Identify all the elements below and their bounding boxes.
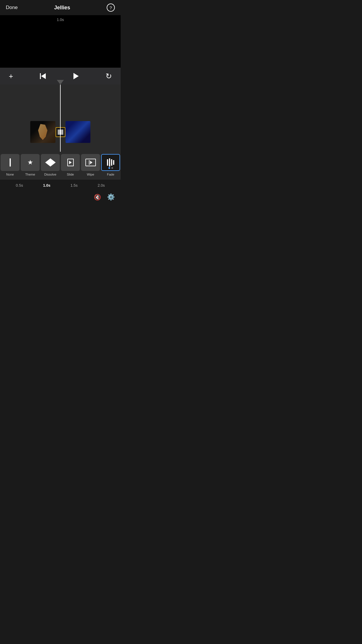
- none-option-icon: [1, 154, 20, 171]
- fade-label: Fade: [107, 173, 114, 176]
- timeline-area: 8.5s: [0, 85, 121, 152]
- header: Done Jellies ?: [0, 0, 121, 15]
- slide-option-icon: [61, 154, 80, 171]
- theme-star-icon: ★: [27, 159, 33, 166]
- selected-dots: [108, 167, 113, 169]
- play-icon: [73, 73, 79, 79]
- playback-controls: + ↺: [0, 68, 121, 85]
- theme-option-icon: ★: [21, 154, 40, 171]
- bar-1: [58, 130, 59, 135]
- dissolve-option-icon: [41, 154, 60, 171]
- none-label: None: [6, 173, 14, 176]
- speaker-icon[interactable]: 🔇: [94, 194, 101, 201]
- none-icon: [10, 158, 11, 167]
- bar-3: [61, 130, 61, 135]
- slide-label: Slide: [67, 173, 74, 176]
- add-button[interactable]: +: [9, 72, 13, 81]
- help-button[interactable]: ?: [107, 4, 115, 12]
- time-mark-1: 1.0s: [43, 183, 50, 188]
- wipe-label: Wipe: [87, 173, 94, 176]
- transition-options: None ★ Theme Dissolve Slide: [0, 152, 121, 180]
- skip-back-icon: [40, 73, 46, 79]
- playhead-line: [60, 85, 61, 152]
- fade-icon: [107, 158, 114, 167]
- time-mark-0: 0.5s: [16, 183, 23, 188]
- play-button[interactable]: [73, 73, 79, 79]
- time-scale: 0.5s 1.0s 1.5s 2.0s: [0, 180, 121, 191]
- time-mark-2: 1.5s: [71, 183, 78, 188]
- bottom-controls: 🔇 ⚙️: [0, 191, 121, 204]
- timecode-label: 1.0s: [57, 18, 64, 22]
- skip-back-button[interactable]: [40, 73, 46, 79]
- video-preview: 1.0s: [0, 15, 121, 68]
- transition-slide[interactable]: Slide: [61, 154, 80, 176]
- page-title: Jellies: [54, 5, 70, 11]
- slide-icon: [67, 159, 74, 166]
- transition-wipe[interactable]: Wipe: [81, 154, 100, 176]
- wipe-icon: [85, 159, 96, 166]
- transition-theme[interactable]: ★ Theme: [21, 154, 40, 176]
- wipe-option-icon: [81, 154, 100, 171]
- bar-4: [62, 130, 63, 135]
- transition-none[interactable]: None: [1, 154, 20, 176]
- done-button[interactable]: Done: [6, 5, 18, 10]
- clip-1[interactable]: [30, 121, 56, 143]
- clip-1-thumbnail: [30, 121, 56, 143]
- dissolve-icon: [45, 158, 56, 167]
- transition-fade[interactable]: Fade: [101, 154, 120, 176]
- clip-2[interactable]: 8.5s: [65, 121, 91, 143]
- dissolve-label: Dissolve: [44, 173, 57, 176]
- theme-label: Theme: [25, 173, 35, 176]
- settings-icon[interactable]: ⚙️: [107, 193, 115, 201]
- clip-2-thumbnail: [65, 121, 91, 143]
- undo-button[interactable]: ↺: [106, 72, 112, 81]
- time-mark-3: 2.0s: [98, 183, 105, 188]
- transition-dissolve[interactable]: Dissolve: [41, 154, 60, 176]
- clip-1-shape: [37, 124, 49, 140]
- fade-option-icon: [101, 154, 120, 171]
